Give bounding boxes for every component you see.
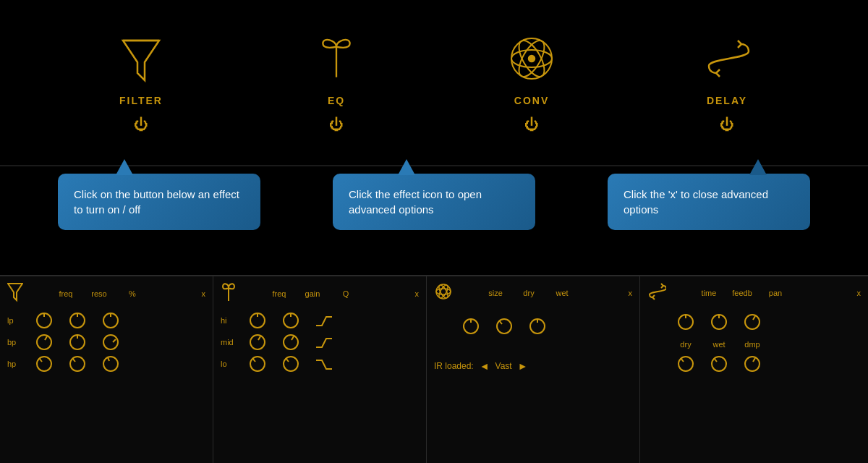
eq-panel-header: freq gain Q x (221, 282, 419, 305)
eq-row-mid-label: mid (221, 338, 241, 347)
conv-power-button[interactable]: ⏻ (521, 114, 542, 135)
svg-point-39 (436, 289, 451, 294)
conv-icon[interactable] (503, 30, 561, 88)
svg-point-58 (745, 357, 760, 371)
conv-effect-block: CONV ⏻ (503, 30, 561, 135)
delay-bot-labels: dry wet dmp (669, 340, 861, 349)
eq-mid-curve (307, 333, 341, 352)
filter-close-button[interactable]: x (202, 289, 206, 298)
conv-panel-header: size dry wet x (434, 282, 632, 304)
eq-icon[interactable] (307, 30, 365, 88)
conv-panel-icon[interactable] (434, 282, 453, 304)
tooltip-close: Click the 'x' to close advanced options (608, 174, 810, 230)
delay-col-dry-label: dry (669, 340, 702, 349)
filter-hp-reso-knob[interactable] (61, 354, 94, 373)
delay-top-knob-row (669, 313, 861, 331)
filter-panel-header: freq reso % x (7, 282, 205, 305)
filter-lp-freq-knob[interactable] (27, 311, 61, 330)
filter-lp-reso-knob[interactable] (61, 311, 94, 330)
delay-power-button[interactable]: ⏻ (716, 114, 738, 135)
eq-lo-freq-knob[interactable] (241, 354, 274, 373)
delay-dry-knob[interactable] (669, 354, 702, 373)
eq-col-freq: freq (263, 289, 296, 298)
conv-col-size: size (479, 289, 512, 297)
filter-row-lp-label: lp (7, 316, 27, 325)
filter-col-pct: % (116, 289, 149, 298)
filter-row-bp-label: bp (7, 338, 27, 347)
tooltip-section: Click on the button below an effect to t… (0, 166, 868, 275)
filter-row-lp: lp (7, 311, 205, 330)
svg-marker-0 (123, 41, 159, 80)
eq-close-button[interactable]: x (415, 289, 420, 298)
eq-lo-gain-knob[interactable] (274, 354, 307, 373)
svg-point-52 (745, 315, 760, 329)
filter-label: FILTER (119, 95, 163, 106)
eq-col-gain: gain (296, 289, 329, 298)
eq-row-hi-label: hi (221, 316, 241, 325)
conv-panel: size dry wet x IR loaded: ◄ Vast ► (427, 276, 640, 463)
filter-power-button[interactable]: ⏻ (130, 114, 152, 135)
delay-dmp-knob[interactable] (736, 354, 769, 373)
filter-hp-freq-knob[interactable] (27, 354, 61, 373)
filter-panel-icon[interactable] (7, 282, 23, 305)
ir-next-button[interactable]: ► (518, 360, 528, 372)
filter-bp-pct-knob[interactable] (94, 333, 127, 352)
svg-line-33 (292, 336, 294, 340)
delay-bot-knob-row (669, 354, 861, 373)
filter-bp-reso-knob[interactable] (61, 333, 94, 352)
eq-effect-block: EQ ⏻ (307, 30, 365, 135)
filter-lp-pct-knob[interactable] (94, 311, 127, 330)
svg-line-35 (252, 358, 255, 362)
eq-hi-gain-knob[interactable] (274, 311, 307, 330)
delay-col-dmp-label: dmp (736, 340, 769, 349)
delay-close-button[interactable]: x (857, 289, 861, 297)
ir-prev-button[interactable]: ◄ (480, 360, 490, 372)
eq-label: EQ (328, 95, 345, 106)
filter-hp-pct-knob[interactable] (94, 354, 127, 373)
eq-panel-icon[interactable] (221, 282, 237, 305)
svg-line-45 (499, 320, 502, 324)
ir-loaded-label: IR loaded: (434, 361, 474, 371)
eq-hi-curve (307, 311, 341, 330)
svg-line-59 (753, 358, 755, 362)
delay-pan-knob[interactable] (736, 313, 769, 331)
delay-feedb-knob[interactable] (702, 313, 736, 331)
svg-line-19 (113, 339, 116, 342)
delay-wet-knob[interactable] (702, 354, 736, 373)
svg-point-32 (284, 335, 298, 349)
delay-icon[interactable] (698, 30, 756, 88)
eq-power-button[interactable]: ⏻ (326, 114, 347, 135)
conv-dry-knob[interactable] (488, 317, 521, 336)
filter-row-bp: bp (7, 333, 205, 352)
delay-panel-icon[interactable] (647, 282, 666, 304)
eq-col-headers: freq gain Q (263, 289, 362, 298)
conv-size-knob[interactable] (454, 317, 488, 336)
delay-panel: time feedb pan x dry wet dmp (640, 276, 868, 463)
conv-close-button[interactable]: x (629, 289, 633, 297)
svg-point-14 (37, 335, 51, 349)
svg-line-57 (714, 358, 717, 362)
svg-point-24 (103, 357, 118, 371)
svg-line-31 (258, 336, 260, 340)
delay-time-knob[interactable] (669, 313, 702, 331)
filter-row-hp-label: hp (7, 360, 27, 368)
delay-col-feedb: feedb (726, 289, 759, 297)
filter-bp-freq-knob[interactable] (27, 333, 61, 352)
eq-hi-freq-knob[interactable] (241, 311, 274, 330)
tooltip-open-text: Click the effect icon to open advanced o… (349, 188, 482, 216)
filter-col-headers: freq reso % (49, 289, 149, 298)
delay-effect-block: DELAY ⏻ (698, 30, 756, 135)
svg-point-6 (529, 56, 535, 61)
conv-label: CONV (514, 95, 549, 106)
tooltip-open: Click the effect icon to open advanced o… (333, 174, 535, 230)
bottom-section: freq reso % x lp bp (0, 275, 868, 463)
eq-mid-gain-knob[interactable] (274, 333, 307, 352)
filter-effect-block: FILTER ⏻ (112, 30, 170, 135)
filter-icon[interactable] (112, 30, 170, 88)
delay-panel-header: time feedb pan x (647, 282, 861, 304)
filter-row-hp: hp (7, 354, 205, 373)
eq-col-q: Q (329, 289, 362, 298)
eq-mid-freq-knob[interactable] (241, 333, 274, 352)
tooltip-onoff: Click on the button below an effect to t… (58, 174, 260, 230)
conv-wet-knob[interactable] (521, 317, 554, 336)
